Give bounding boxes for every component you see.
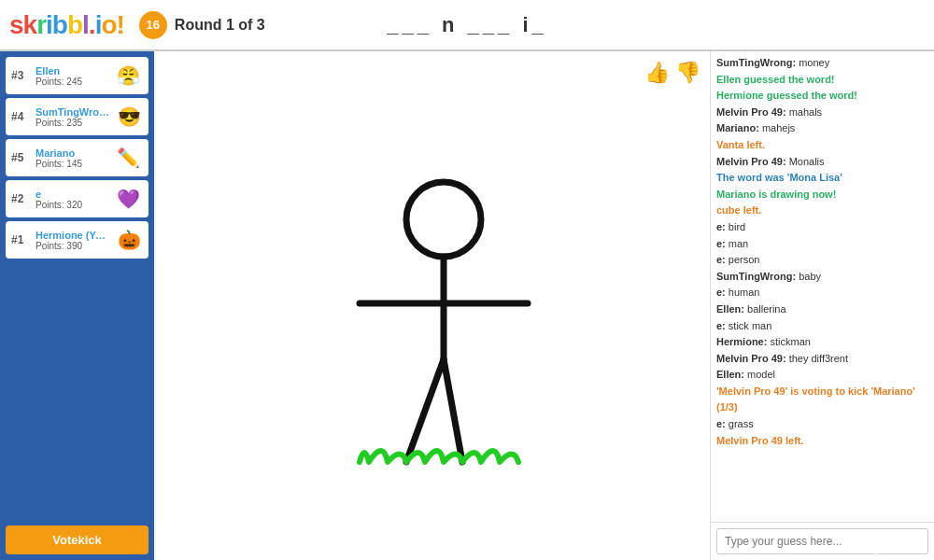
chat-message: Mariano is drawing now! bbox=[716, 187, 928, 203]
player-avatar: 😎 bbox=[116, 102, 143, 132]
thumbs-up-button[interactable]: 👍 bbox=[644, 61, 670, 85]
chat-message: cube left. bbox=[716, 203, 928, 219]
player-rank: #4 bbox=[11, 110, 30, 123]
chat-message: Hermione guessed the word! bbox=[716, 88, 928, 105]
player-points: Points: 235 bbox=[35, 118, 110, 128]
chat-message: Ellen guessed the word! bbox=[716, 72, 928, 89]
player-sidebar: #3 Ellen Points: 245 😤 #4 SumTingWrong P… bbox=[0, 51, 154, 560]
player-avatar: 😤 bbox=[113, 61, 143, 91]
chat-message: Ellen: ballerina bbox=[716, 301, 928, 318]
drawing-canvas[interactable] bbox=[154, 51, 710, 560]
player-card: #5 Mariano Points: 145 ✏️ bbox=[6, 139, 149, 176]
chat-message: The word was 'Mona Lisa' bbox=[716, 170, 928, 187]
chat-message: e: grass bbox=[716, 416, 928, 433]
player-avatar: 💜 bbox=[113, 184, 143, 214]
chat-messages: SumTingWrong: moneyEllen guessed the wor… bbox=[711, 51, 934, 522]
chat-message: e: bird bbox=[716, 219, 928, 236]
player-points: Points: 390 bbox=[35, 241, 110, 251]
player-points: Points: 320 bbox=[35, 200, 107, 210]
chat-message: Melvin Pro 49: mahals bbox=[716, 105, 928, 121]
chat-message: Mariano: mahejs bbox=[716, 120, 928, 137]
chat-message: e: man bbox=[716, 236, 928, 253]
player-info: Mariano Points: 145 bbox=[35, 147, 107, 169]
chat-message: Vanta left. bbox=[716, 137, 928, 154]
player-name: Ellen bbox=[35, 65, 107, 77]
player-info: e Points: 320 bbox=[35, 189, 107, 210]
chat-message: Melvin Pro 49: they diff3rent bbox=[716, 351, 928, 368]
player-card: #4 SumTingWrong Points: 235 😎 bbox=[6, 98, 149, 135]
chat-message: e: person bbox=[716, 252, 928, 269]
chat-message: Melvin Pro 49: Monalis bbox=[716, 154, 928, 171]
drawing-canvas-area: 👍 👎 bbox=[154, 51, 710, 560]
chat-message: e: human bbox=[716, 285, 928, 301]
round-text: Round 1 of 3 bbox=[175, 17, 265, 34]
player-info: Ellen Points: 245 bbox=[35, 65, 107, 87]
main-layout: #3 Ellen Points: 245 😤 #4 SumTingWrong P… bbox=[0, 51, 934, 560]
player-avatar: ✏️ bbox=[113, 143, 143, 173]
votekick-button[interactable]: Votekick bbox=[6, 525, 149, 554]
watermark: silvergames.com bbox=[849, 543, 927, 554]
chat-message: 'Melvin Pro 49' is voting to kick 'Maria… bbox=[716, 384, 928, 416]
player-points: Points: 245 bbox=[35, 77, 107, 87]
player-rank: #5 bbox=[11, 151, 30, 164]
player-points: Points: 145 bbox=[35, 159, 107, 169]
chat-message: Ellen: model bbox=[716, 367, 928, 384]
player-name: Hermione (You) bbox=[35, 230, 110, 241]
player-card: #2 e Points: 320 💜 bbox=[6, 180, 149, 217]
player-name: e bbox=[35, 189, 107, 200]
player-avatar: 🎃 bbox=[116, 225, 143, 255]
chat-message: Hermione: stickman bbox=[716, 334, 928, 351]
player-card: #1 Hermione (You) Points: 390 🎃 bbox=[6, 221, 149, 259]
player-info: SumTingWrong Points: 235 bbox=[35, 106, 110, 128]
chat-message: e: stick man bbox=[716, 318, 928, 335]
thumbs-container: 👍 👎 bbox=[644, 61, 700, 85]
word-hint: ___ n ___ i_ bbox=[387, 13, 547, 37]
player-rank: #3 bbox=[11, 69, 30, 82]
header: skribbl.io! 16 Round 1 of 3 ___ n ___ i_ bbox=[0, 0, 934, 51]
player-name: Mariano bbox=[35, 147, 107, 159]
chat-message: Melvin Pro 49 left. bbox=[716, 433, 928, 450]
chat-message: SumTingWrong: baby bbox=[716, 269, 928, 286]
thumbs-down-button[interactable]: 👎 bbox=[675, 61, 700, 85]
timer-badge: 16 bbox=[139, 11, 167, 39]
player-rank: #2 bbox=[11, 192, 30, 205]
player-name: SumTingWrong bbox=[35, 106, 110, 118]
chat-panel: SumTingWrong: moneyEllen guessed the wor… bbox=[710, 51, 934, 560]
player-card: #3 Ellen Points: 245 😤 bbox=[6, 57, 149, 94]
logo: skribbl.io! bbox=[9, 10, 124, 40]
chat-message: SumTingWrong: money bbox=[716, 55, 928, 72]
player-rank: #1 bbox=[11, 233, 30, 246]
player-info: Hermione (You) Points: 390 bbox=[35, 230, 110, 251]
